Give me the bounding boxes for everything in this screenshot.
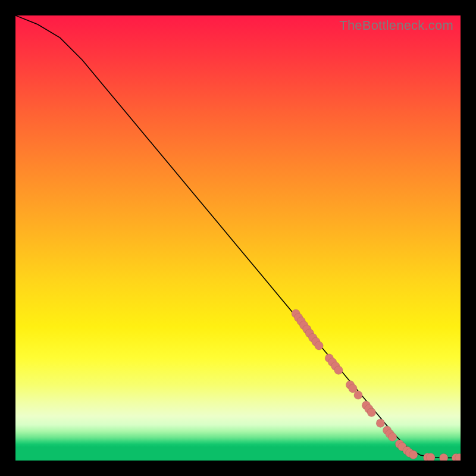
chart-stage: TheBottleneck.com bbox=[0, 0, 476, 476]
chart-svg bbox=[15, 15, 461, 461]
scatter-dot bbox=[439, 453, 447, 461]
scatter-dots bbox=[292, 309, 461, 461]
watermark-text: TheBottleneck.com bbox=[339, 18, 453, 33]
scatter-dot bbox=[367, 408, 375, 416]
plot-area: TheBottleneck.com bbox=[15, 15, 461, 461]
scatter-dot bbox=[427, 453, 435, 461]
scatter-dot bbox=[315, 342, 323, 350]
bottleneck-curve-line bbox=[15, 15, 461, 458]
scatter-dot bbox=[376, 419, 384, 427]
scatter-dot bbox=[409, 450, 418, 459]
scatter-dot bbox=[334, 366, 343, 374]
scatter-dot bbox=[354, 391, 362, 399]
scatter-dot bbox=[388, 433, 396, 441]
